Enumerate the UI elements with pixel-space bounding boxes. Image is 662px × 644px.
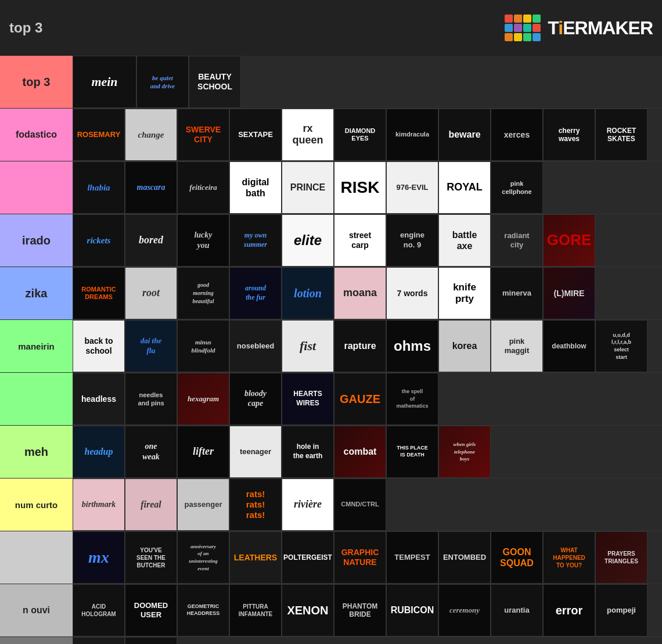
- item-when-girls-telephone-boys[interactable]: when girlstelephoneboys: [438, 426, 491, 478]
- item-pittura-infamante[interactable]: PITTURAINFAMANTE: [229, 584, 282, 636]
- item-fireal[interactable]: fireal: [125, 478, 177, 531]
- item-hexagram[interactable]: hexagram: [177, 373, 229, 425]
- item-mein[interactable]: mein: [73, 56, 136, 108]
- item-battle-axe[interactable]: battleaxe: [438, 214, 491, 267]
- item-entombed[interactable]: ENTOMBED: [438, 531, 491, 584]
- item-cherry-waves[interactable]: cherrywaves: [543, 109, 595, 161]
- item-teenager[interactable]: teenager: [229, 426, 282, 478]
- item-cmnd-ctrl[interactable]: CMND/CTRL: [334, 478, 386, 531]
- item-prayers-triangles[interactable]: PRAYERSTRIANGLES: [595, 531, 647, 584]
- item-lhabia[interactable]: lhabia: [73, 161, 125, 214]
- item-hearts-wires[interactable]: HEARTSWIRES: [282, 373, 334, 425]
- item-rickets[interactable]: rickets: [73, 214, 125, 267]
- item-sextape[interactable]: SEXTAPE: [229, 109, 282, 161]
- item-tempest[interactable]: TEMPEST: [386, 531, 438, 584]
- item-one-weak[interactable]: oneweak: [125, 426, 177, 478]
- item-error[interactable]: error: [543, 584, 595, 636]
- item-genesis[interactable]: genesis: [125, 637, 177, 644]
- item-ceremony[interactable]: ceremony: [438, 584, 491, 636]
- item-passenger[interactable]: passenger: [177, 478, 229, 531]
- item-goon-squad[interactable]: GOONSQUAD: [491, 531, 543, 584]
- item-fist[interactable]: fist: [282, 320, 334, 372]
- item-risk[interactable]: RISK: [334, 161, 386, 214]
- item-lucky-you[interactable]: luckyyou: [177, 214, 229, 267]
- item-lotion[interactable]: lotion: [282, 267, 334, 319]
- item-street-carp[interactable]: streetcarp: [334, 214, 386, 267]
- item-rapture[interactable]: rapture: [334, 320, 386, 372]
- item-elite[interactable]: elite: [282, 214, 334, 267]
- item-rubicon[interactable]: RUBICON: [386, 584, 438, 636]
- item-root[interactable]: root: [125, 267, 177, 319]
- item-change[interactable]: change: [125, 109, 177, 161]
- item-leathers[interactable]: LEATHERS: [229, 531, 282, 584]
- item-knife-prty[interactable]: knifeprty: [438, 267, 491, 319]
- item-7-words[interactable]: 7 words: [386, 267, 438, 319]
- item-feiticeira[interactable]: feiticeira: [177, 161, 229, 214]
- item-moana[interactable]: moana: [334, 267, 386, 319]
- item-poltergeist[interactable]: POLTERGEIST: [282, 531, 334, 584]
- item-lifter[interactable]: lifter: [177, 426, 229, 478]
- item-needles-and-pins[interactable]: needlesand pins: [125, 373, 177, 425]
- item-prince[interactable]: PRINCE: [282, 161, 334, 214]
- item-swerve-city[interactable]: SWERVECITY: [177, 109, 229, 161]
- item-anniversary[interactable]: anniversaryof anuninterestingevent: [177, 531, 229, 584]
- item-this-link-is-dead[interactable]: this linkis dead: [73, 637, 125, 644]
- item-digital-bath[interactable]: digitalbath: [229, 161, 282, 214]
- item-minus-blindfold[interactable]: minusblindfold: [177, 320, 229, 372]
- item-radiant-city[interactable]: radiantcity: [491, 214, 543, 267]
- item-lmire[interactable]: (L)MIRE: [543, 267, 595, 319]
- item-back-to-school[interactable]: back toschool: [73, 320, 125, 372]
- item-mx[interactable]: mx: [73, 531, 125, 584]
- item-be-quiet-and-drive[interactable]: be quietand drive: [136, 56, 189, 108]
- item-xenon[interactable]: XENON: [282, 584, 334, 636]
- item-engine-no-9[interactable]: engineno. 9: [386, 214, 438, 267]
- item-mascara[interactable]: mascara: [125, 161, 177, 214]
- item-headless[interactable]: headless: [73, 373, 125, 425]
- item-minerva[interactable]: minerva: [491, 267, 543, 319]
- item-royal[interactable]: ROYAL: [438, 161, 491, 214]
- item-976-evil[interactable]: 976-EVIL: [386, 161, 438, 214]
- item-riviere[interactable]: rivière: [282, 478, 334, 531]
- item-this-place-is-death[interactable]: THIS PLACEIS DEATH: [386, 426, 438, 478]
- item-gore[interactable]: GORE: [543, 214, 595, 267]
- item-pink-maggit[interactable]: pinkmaggit: [491, 320, 543, 372]
- item-what-happened-to-you[interactable]: WHATHAPPENEDTO YOU?: [543, 531, 595, 584]
- item-graphic-nature[interactable]: GRAPHICNATURE: [334, 531, 386, 584]
- item-doomed-user[interactable]: DOOMEDUSER: [125, 584, 177, 636]
- item-phantom-bride[interactable]: PHANTOMBRIDE: [334, 584, 386, 636]
- item-hole-in-the-earth[interactable]: hole inthe earth: [282, 426, 334, 478]
- item-korea[interactable]: korea: [438, 320, 491, 372]
- item-kimdracula[interactable]: kimdracula: [386, 109, 438, 161]
- item-bloody-cape[interactable]: bloodycape: [229, 373, 282, 425]
- item-romantic-dreams[interactable]: ROMANTICDREAMS: [73, 267, 125, 319]
- item-good-morning-beautiful[interactable]: goodmorningbeautiful: [177, 267, 229, 319]
- item-birthmark[interactable]: birthmark: [73, 478, 125, 531]
- item-my-own-summer[interactable]: my ownsummer: [229, 214, 282, 267]
- item-rocket-skates[interactable]: ROCKETSKATES: [595, 109, 647, 161]
- item-diamond-eyes[interactable]: DIAMONDEYES: [334, 109, 386, 161]
- item-bored[interactable]: bored: [125, 214, 177, 267]
- item-pink-cellphone[interactable]: pinkcellphone: [491, 161, 543, 214]
- item-around-the-fur[interactable]: aroundthe fur: [229, 267, 282, 319]
- logo-grid-icon: [505, 15, 541, 41]
- item-beauty-school[interactable]: BEAUTYSCHOOL: [189, 56, 241, 108]
- item-uudd-code[interactable]: u,u,d,dl,r,l,r,a,bselectstart: [595, 320, 647, 372]
- item-xerces[interactable]: xerces: [491, 109, 543, 161]
- item-rats[interactable]: rats!rats!rats!: [229, 478, 282, 531]
- item-pompeji[interactable]: pompeji: [595, 584, 647, 636]
- item-urantia[interactable]: urantia: [491, 584, 543, 636]
- item-ohms[interactable]: ohms: [386, 320, 438, 372]
- item-dai-the-flu[interactable]: dai theflu: [125, 320, 177, 372]
- item-rx-queen[interactable]: rxqueen: [282, 109, 334, 161]
- item-acid-hologram[interactable]: ACIDHOLOGRAM: [73, 584, 125, 636]
- item-geometric-headdress[interactable]: GEOMETRICHEADDRESS: [177, 584, 229, 636]
- item-headup[interactable]: headup: [73, 426, 125, 478]
- item-spell-of-mathematics[interactable]: the spellofmathematics: [386, 373, 438, 425]
- item-nosebleed[interactable]: nosebleed: [229, 320, 282, 372]
- item-beware[interactable]: beware: [438, 109, 491, 161]
- item-gauze[interactable]: GAUZE: [334, 373, 386, 425]
- item-deathblow[interactable]: deathblow: [543, 320, 595, 372]
- item-rosemary[interactable]: ROSEMARY: [73, 109, 125, 161]
- item-combat[interactable]: combat: [334, 426, 386, 478]
- item-youve-seen-the-butcher[interactable]: YOU'VESEEN THEBUTCHER: [125, 531, 177, 584]
